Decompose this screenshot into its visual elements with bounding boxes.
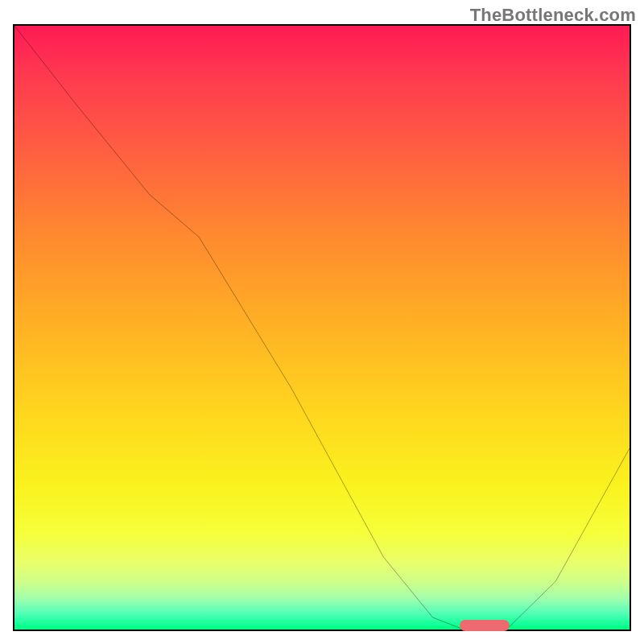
watermark-text: TheBottleneck.com [470, 5, 636, 26]
bottleneck-curve-path [14, 26, 630, 630]
curve-svg [14, 26, 630, 630]
plot-area [13, 24, 631, 631]
chart-stage: TheBottleneck.com [0, 0, 644, 644]
optimum-marker [460, 620, 510, 631]
